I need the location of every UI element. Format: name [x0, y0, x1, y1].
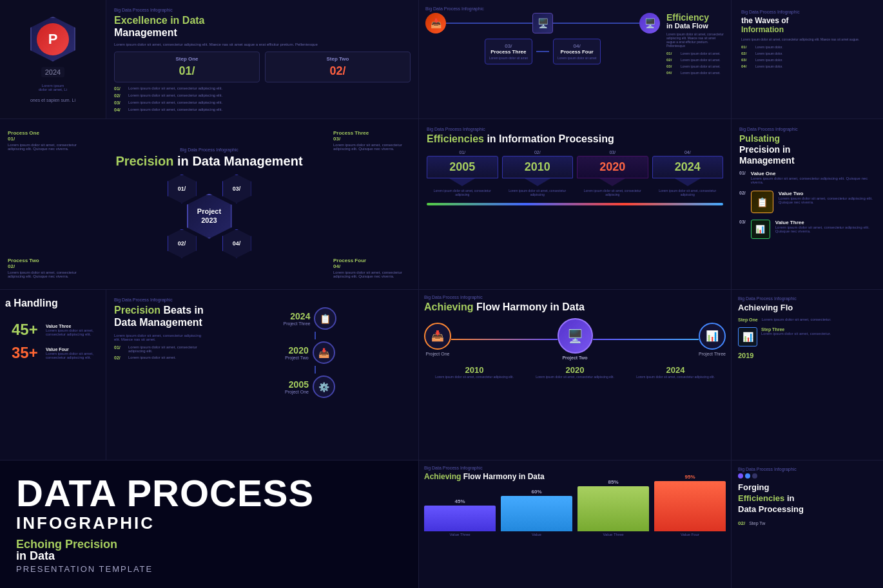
circ1-proj: Project Three [284, 321, 311, 326]
proc4-lorem: Lorem ipsum dolor sit amet [558, 56, 596, 60]
flow-n1: 📥 Project One [424, 323, 451, 356]
r3c2-left: Precision Beats in Data Management Lorem… [114, 304, 204, 401]
cell-r1c2: Big Data Process Infographic Excellence … [106, 0, 419, 119]
banner-bottom: Echoing Precision in Data PRESENTATION T… [16, 538, 402, 574]
slide-r2-inner: Process One 01/ Lorem ipsum dolor sit am… [0, 119, 418, 289]
proc-connector [536, 51, 549, 52]
hex-tl-num: 01/ [178, 185, 186, 192]
big-item1-lorem: Lorem ipsum dolor sit amet, consectetur … [46, 328, 94, 336]
r3c4-s3-lorem: Lorem ipsum dolor sit amet, consectetur. [761, 332, 831, 336]
slide-r1c2-lorem: Lorem ipsum dolor sit amet, consectetur … [114, 43, 411, 46]
r4c4-dots [738, 473, 877, 479]
r4c4-label: Big Data Process Infographic [738, 467, 877, 471]
banner-sub1: Echoing Precision [16, 538, 402, 550]
proc3-lorem-r: Lorem ipsum dolor sit amet, consectetur … [333, 143, 411, 151]
r1c4-item1: 01/ Lorem ipsum dolor. [741, 45, 873, 49]
circ3-year: 2005 [285, 379, 309, 390]
r1c3-badge2: 02/ [666, 58, 678, 62]
big-num2: 35+ [12, 344, 41, 362]
banner-inner: DATA PROCESS INFOGRAPHIC Echoing Precisi… [0, 460, 418, 588]
r3c4-s1-lorem: Lorem ipsum dolor sit amet, consectetur. [762, 318, 831, 321]
flow-n2-label: Project Two [562, 356, 587, 360]
proc1-num: 01/ [8, 136, 85, 142]
bar3-pct: 85% [608, 479, 618, 485]
bar1-label: Value Three [449, 533, 470, 536]
timeline-banners: 01/ 2005 Lorem ipsum dolor sit amet, con… [427, 150, 723, 196]
proc3-title: Process Three [489, 49, 528, 55]
tl2-banner: 2010 [502, 156, 574, 178]
main-grid: P 2024 Lorem ipsumdolor sit amet, Li one… [0, 0, 883, 588]
slide-r3c2-inner: Big Data Process Infographic Precision B… [106, 290, 418, 460]
proc2-num: 02/ [8, 263, 85, 269]
val3-icon: 📊 [751, 220, 770, 239]
dot1 [738, 473, 743, 479]
slide-r2c4-inner: Big Data Process Infographic Pulsating P… [732, 119, 883, 289]
r1c4-item4: 04/ Lorem ipsum dolor. [741, 64, 873, 68]
num-text-1: Lorem ipsum dolor sit amet, consectetur … [128, 86, 222, 90]
r1c4-n4: 04/ [741, 64, 753, 68]
yr2020: 2020 [536, 365, 614, 375]
cell-r1c1: P 2024 Lorem ipsumdolor sit amet, Li one… [0, 0, 106, 119]
slide-r1c2-inner: Big Data Process Infographic Excellence … [106, 0, 418, 119]
bar4-fill [654, 481, 726, 531]
circ3-node: ⚙️ [313, 375, 335, 398]
cell-r3c3: Big Data Process Infographic Achieving F… [419, 290, 732, 460]
val2-label: Value Two [779, 191, 875, 196]
r1c4-n1: 01/ [741, 45, 753, 49]
r3c2-b02: 02/ [114, 356, 126, 360]
flow-node1: 📥 [424, 323, 451, 350]
num-list-r1c2: 01/ Lorem ipsum dolor sit amet, consecte… [114, 86, 411, 112]
r4c3-title-white: Flow Harmony in Data [461, 472, 544, 481]
proc3-lorem: Lorem ipsum dolor sit amet [489, 56, 528, 60]
r2-slide-label: Big Data Process Infographic [180, 147, 238, 152]
r3c2-t01: Lorem ipsum dolor sit amet, consectetur … [128, 345, 204, 353]
cell-r1c4: Big Data Process Infographic the Waves o… [732, 0, 883, 119]
cell-r2c3: Big Data Process Infographic Efficiencie… [419, 119, 732, 290]
r1c4-title-p2: Information [741, 25, 784, 34]
r3c1-title: a Handling [5, 298, 101, 309]
ppt-letter: P [48, 31, 58, 48]
r3c2-n01: 01/ Lorem ipsum dolor sit amet, consecte… [114, 345, 204, 353]
r1c4-n2: 02/ [741, 52, 753, 55]
r3c2-b01: 01/ [114, 345, 126, 350]
bar1: 45% Value Three [424, 498, 496, 536]
circ1-year: 2024 [284, 311, 311, 321]
bar3-label: Value Three [603, 533, 623, 536]
slide-r3c1-inner: a Handling 45+ Value Three Lorem ipsum d… [0, 290, 106, 376]
hex-br: 04/ [222, 229, 251, 258]
timeline-bar [427, 203, 723, 205]
proc2-lorem: Lorem ipsum dolor sit amet, consectetur … [8, 270, 85, 278]
bar2: 60% Value [501, 489, 572, 536]
step2-num: 02/ [271, 64, 405, 78]
r2c3-title-green: Efficiencies [427, 133, 484, 144]
proc3-num-r: 03/ [333, 136, 411, 142]
flow-node2-main: 🖥️ [558, 318, 593, 354]
dot2 [745, 473, 750, 479]
bar2-fill [501, 496, 572, 531]
tl3-num: 03/ [577, 150, 648, 155]
num-text-2: Lorem ipsum dolor sit amet, consectetur … [128, 93, 222, 97]
num-item-1: 01/ Lorem ipsum dolor sit amet, consecte… [114, 86, 411, 91]
r1c3-num-list: 01/ Lorem ipsum dolor sit amet. 02/ Lore… [666, 52, 724, 75]
r3c4-label: Big Data Process Infographic [738, 296, 877, 301]
r1c3-num4: 04/ Lorem ipsum dolor sit amet. [666, 71, 724, 75]
r1c3-text4: Lorem ipsum dolor sit amet. [681, 71, 721, 75]
value-items: 01/ Value One Lorem ipsum dolor sit amet… [739, 171, 875, 239]
r2-title-green: Precision [115, 154, 173, 168]
proc3-num: 03/ [489, 43, 528, 49]
cell-r4c3: Big Data Process Infographic Achieving F… [419, 460, 732, 588]
r4c4-title-p2: Efficiencies [738, 493, 784, 503]
tl-item4: 04/ 2024 Lorem ipsum dolor sit amet, con… [652, 150, 724, 196]
r4c4-step-label: Step Tw [749, 521, 765, 526]
r2c3-label: Big Data Process Infographic [427, 127, 723, 131]
slide-r1c4-label: Big Data Process Infographic [741, 10, 873, 14]
val2-item: 02/ 📋 Value Two Lorem ipsum dolor sit am… [739, 191, 875, 213]
r3c3-title: Achieving Flow Harmony in Data [424, 301, 726, 313]
circ3-text: 2005 Project One [285, 379, 309, 394]
r1c4-item3: 03/ Lorem ipsum dolor. [741, 58, 873, 62]
num-item-3: 03/ Lorem ipsum dolor sit amet, consecte… [114, 100, 411, 105]
proc4-block: Process Four 04/ Lorem ipsum dolor sit a… [333, 258, 411, 278]
num-text-3: Lorem ipsum dolor sit amet, consectetur … [128, 100, 222, 104]
hex-tr-num: 03/ [233, 185, 241, 192]
r3c3-flow-nodes: 📥 Project One 🖥️ Project Two 📊 Project T… [424, 318, 726, 360]
